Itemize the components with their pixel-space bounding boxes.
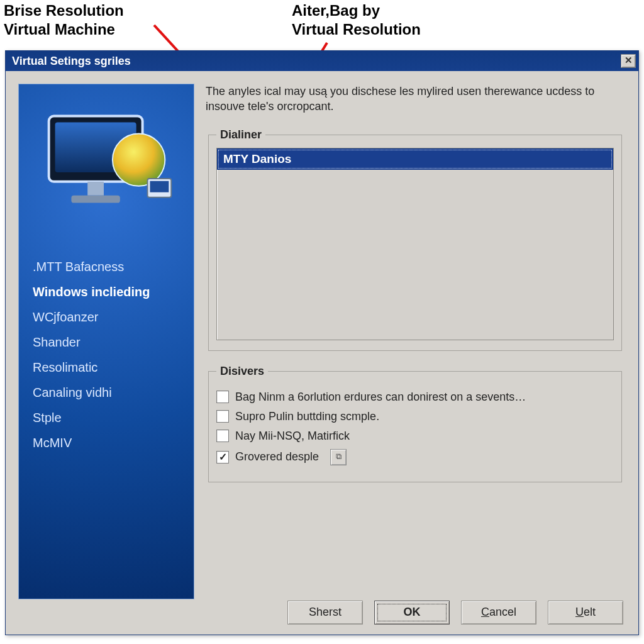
sidebar-item-label: Shander <box>33 335 80 349</box>
sidebar-hero-image <box>19 84 194 254</box>
uelt-rest: elt <box>584 606 596 618</box>
sidebar-item-label: Canaling vidhi <box>33 386 112 399</box>
sidebar: .MTT BafacnessWindows incliedingWCjfoanz… <box>18 84 194 599</box>
close-button[interactable]: ✕ <box>621 54 636 68</box>
sidebar-item-2[interactable]: WCjfoanzer <box>33 304 194 330</box>
sidebar-item-0[interactable]: .MTT Bafacness <box>33 254 194 279</box>
checkbox-row-0: Bag Ninm a 6orlution erdures can donires… <box>216 391 614 404</box>
uelt-mnemonic: U <box>575 606 584 618</box>
groupbox-disivers: Disivers Bag Ninm a 6orlution erdures ca… <box>208 365 622 482</box>
annotation-right-line2: Virtual Resolution <box>292 21 421 38</box>
uelt-button[interactable]: Uelt <box>548 601 623 625</box>
disivers-checkbox-list: Bag Ninm a 6orlution erdures can donires… <box>216 391 614 465</box>
sidebar-item-label: Resolimatic <box>33 360 97 374</box>
groupbox-disivers-legend: Disivers <box>216 365 268 378</box>
settings-dialog: Virtual Setings sgriles ✕ <box>5 50 639 635</box>
checkbox-0[interactable] <box>216 391 229 403</box>
svg-rect-2 <box>87 182 104 196</box>
cancel-rest: ancel <box>489 606 516 618</box>
ok-button[interactable]: OK <box>374 601 450 625</box>
sidebar-item-label: .MTT Bafacness <box>33 260 124 274</box>
groupbox-dialiner: Dialiner MTY Danios <box>208 128 622 351</box>
dialog-button-row: Sherst OK Cancel Uelt <box>6 601 638 625</box>
dialog-client-area: .MTT BafacnessWindows incliedingWCjfoanz… <box>6 71 638 635</box>
main-panel: The anyles ical may usą you dischese les… <box>206 84 626 591</box>
cancel-button[interactable]: Cancel <box>461 601 536 625</box>
listbox-item-0[interactable]: MTY Danios <box>217 148 613 170</box>
sidebar-item-label: Stple <box>33 411 62 425</box>
sidebar-item-7[interactable]: McMIV <box>33 430 194 455</box>
checkbox-row-1: Supro Pulin buttding scmple. <box>216 410 614 423</box>
titlebar[interactable]: Virtual Setings sgriles ✕ <box>6 51 638 71</box>
sidebar-item-5[interactable]: Canaling vidhi <box>33 380 194 405</box>
dialog-title: Virtual Setings sgriles <box>12 55 131 68</box>
listbox-item-label: MTY Danios <box>223 152 291 165</box>
checkbox-1[interactable] <box>216 410 229 423</box>
annotation-left-label: Brise Resolution Virtual Machine <box>4 1 192 39</box>
sidebar-nav: .MTT BafacnessWindows incliedingWCjfoanz… <box>19 254 194 455</box>
checkbox-label-1: Supro Pulin buttding scmple. <box>235 410 379 423</box>
annotation-right-label: Aiter,Bag by Virtual Resolution <box>292 1 493 39</box>
monitor-globe-icon <box>19 84 194 254</box>
svg-rect-3 <box>71 196 119 203</box>
svg-rect-6 <box>150 181 169 192</box>
checkbox-label-3: Grovered desple <box>235 450 319 464</box>
sherst-button-label: Sherst <box>309 606 341 618</box>
checkbox-3[interactable]: ✓ <box>216 451 229 464</box>
checkbox-row-2: Nay Mii-NSQ, Matirfick <box>216 430 614 443</box>
sidebar-item-label: Windows inclieding <box>33 285 150 299</box>
sidebar-item-4[interactable]: Resolimatic <box>33 355 194 380</box>
checkbox-label-0: Bag Ninm a 6orlution erdures can donires… <box>235 391 526 404</box>
sidebar-item-1[interactable]: Windows inclieding <box>33 279 194 304</box>
cancel-mnemonic: C <box>481 606 489 618</box>
annotation-right-line1: Aiter,Bag by <box>292 2 380 19</box>
checkbox-2[interactable] <box>216 430 229 442</box>
checkbox-label-2: Nay Mii-NSQ, Matirfick <box>235 430 350 443</box>
checkbox-config-button-3[interactable]: ⧉ <box>330 449 347 465</box>
sidebar-item-3[interactable]: Shander <box>33 330 194 355</box>
sherst-button[interactable]: Sherst <box>287 601 363 625</box>
annotation-left-line1: Brise Resolution <box>4 2 124 19</box>
close-icon: ✕ <box>625 55 633 65</box>
dialiner-listbox[interactable]: MTY Danios <box>216 148 614 340</box>
groupbox-dialiner-legend: Dialiner <box>216 128 265 142</box>
checkbox-row-3: ✓Grovered desple⧉ <box>216 449 614 465</box>
sidebar-item-label: McMIV <box>33 436 72 450</box>
sidebar-item-label: WCjfoanzer <box>33 310 98 324</box>
ok-button-label: OK <box>404 606 421 618</box>
sidebar-item-6[interactable]: Stple <box>33 405 194 430</box>
annotation-left-line2: Virtual Machine <box>4 21 115 38</box>
panel-description: The anyles ical may usą you dischese les… <box>206 84 608 114</box>
